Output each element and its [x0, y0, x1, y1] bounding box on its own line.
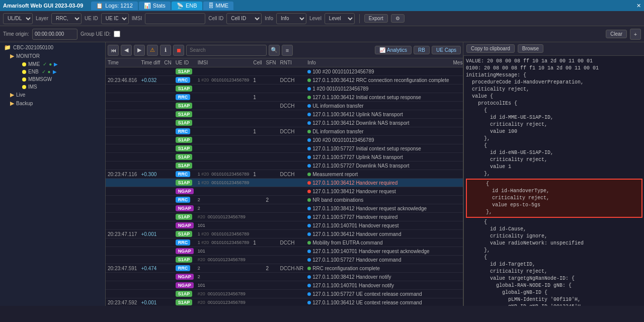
table-row[interactable]: S1AP 127.0.1.100:57727 Initial context s… — [106, 144, 463, 153]
cell-timediff — [139, 290, 162, 298]
cell-message — [451, 153, 463, 162]
rb-button[interactable]: RB — [414, 46, 430, 54]
nav-first-button[interactable]: ⏮ — [108, 45, 119, 56]
level-select[interactable]: Level — [325, 13, 355, 24]
table-row[interactable]: RRC 1 127.0.1.100:36412 Initial context … — [106, 93, 463, 102]
table-row[interactable]: S1AP 1 #20 001010123456789 — [106, 85, 463, 93]
cell-ueid: RRC — [174, 238, 196, 247]
table-row[interactable]: S1AP DCCH UL information transfer — [106, 102, 463, 110]
table-row[interactable]: S1AP 127.0.1.100:36412 Uplink NAS transp… — [106, 110, 463, 119]
table-row[interactable]: S1AP 100 #20 001010123456789 — [106, 136, 463, 144]
table-row[interactable]: 20:23:47.117 +0.001 S1AP 1 #20 001010123… — [106, 230, 463, 238]
cell-id-select[interactable]: Cell ID — [226, 13, 262, 24]
cell-sfn — [264, 119, 278, 127]
add-button[interactable]: + — [630, 29, 641, 40]
cell-info: 127.0.1.100:38412 Handover notify — [305, 273, 451, 281]
cell-info: 100 #20 001010123456789 — [305, 67, 451, 76]
group-ue-checkbox[interactable] — [114, 31, 120, 37]
tab-enb[interactable]: 📡 ENB — [172, 2, 202, 10]
message-text: 127.0.1.100:140701 Handover notify — [312, 283, 394, 288]
info-select[interactable]: Info — [276, 13, 306, 24]
sidebar-item-backup[interactable]: ▶ Backup — [6, 99, 105, 108]
table-row[interactable]: 20:23:47.116 +0.300 RRC 1 #20 0010101234… — [106, 170, 463, 179]
message-text: 127.0.1.100:38412 Handover request — [312, 189, 396, 194]
cell-message — [451, 127, 463, 136]
settings-button[interactable]: ⚙ — [391, 14, 405, 23]
nav-info-button[interactable]: ℹ — [160, 45, 171, 56]
cell-message — [451, 85, 463, 93]
table-row[interactable]: NGAP 2 127.0.1.100:38412 Handover notify — [106, 273, 463, 281]
table-row[interactable]: S1AP 100 #20 001010123456789 — [106, 67, 463, 76]
table-row[interactable]: NGAP 101 127.0.1.100:140701 Handover not… — [106, 281, 463, 290]
cell-time — [106, 85, 139, 93]
nav-stop-button[interactable]: ⏹ — [173, 45, 184, 56]
cell-ueid: RRC — [174, 76, 196, 85]
cell-ueid: NGAP — [174, 273, 196, 281]
cell-cell: 1 — [251, 238, 264, 247]
table-row[interactable]: S1AP 127.0.1.100:36412 Downlink NAS tran… — [106, 119, 463, 127]
mode-select[interactable]: UL/DL — [3, 13, 33, 24]
cell-cn — [162, 238, 173, 247]
close-icon[interactable]: ✕ — [636, 3, 641, 9]
sidebar-item-mme[interactable]: MME ✓ ● ▶ — [18, 60, 105, 68]
table-row[interactable]: RRC 1 #20 001010123456789 1 DCCH Mobilit… — [106, 238, 463, 247]
sidebar-item-monitor[interactable]: ▶ MONITOR — [6, 52, 105, 60]
copy-clipboard-button[interactable]: Copy to clipboard — [466, 44, 515, 53]
cell-time — [106, 162, 139, 170]
cell-time — [106, 247, 139, 256]
cell-cell — [251, 187, 264, 196]
cell-message — [451, 170, 463, 179]
table-row[interactable]: 20:23:46.816 +0.032 RRC 1 #20 0010101234… — [106, 76, 463, 85]
clear-button[interactable]: Clear — [606, 30, 627, 38]
nav-next-button[interactable]: ▶ — [134, 45, 145, 56]
cell-ueid: RRC — [174, 93, 196, 102]
table-row[interactable]: NGAP 127.0.1.100:38412 Handover request — [106, 187, 463, 196]
cell-rnti: DCCH — [278, 76, 306, 85]
cell-cell — [251, 136, 264, 144]
cell-time — [106, 144, 139, 153]
analytics-button[interactable]: 📈 Analytics — [375, 46, 412, 54]
table-row[interactable]: S1AP #20 001010123456789 127.0.1.100:577… — [106, 290, 463, 298]
table-row[interactable]: S1AP #20 001010123456789 127.0.1.100:577… — [106, 213, 463, 221]
sidebar-item-live[interactable]: ▶ Live — [6, 91, 105, 99]
table-row[interactable]: RRC 2 2 NR band combinations — [106, 196, 463, 204]
sidebar-item-ims[interactable]: IMS — [18, 83, 105, 91]
table-row[interactable]: S1AP #20 001010123456789 127.0.1.100:577… — [106, 256, 463, 264]
sidebar-root[interactable]: 📁 CBC-2021050100 — [0, 42, 105, 52]
table-row[interactable]: S1AP 1 #20 001010123456789 127.0.1.100:3… — [106, 179, 463, 187]
nav-warn-button[interactable]: ⚠ — [147, 45, 158, 56]
tab-logs[interactable]: 📋 Logs: 1212 — [91, 2, 137, 10]
cell-time — [106, 110, 139, 119]
time-origin-input[interactable] — [32, 29, 77, 40]
imsi-input[interactable] — [145, 13, 205, 24]
tab-stats[interactable]: 📊 Stats — [139, 2, 171, 10]
info-dot-icon — [307, 78, 311, 82]
ue-id-select[interactable]: UE ID — [101, 13, 129, 24]
uecaps-button[interactable]: UE Caps — [432, 46, 461, 54]
table-row[interactable]: S1AP 127.0.1.100:57727 Uplink NAS transp… — [106, 153, 463, 162]
message-text: 127.0.1.100:57727 Initial context setup … — [312, 146, 421, 151]
sidebar-item-enb[interactable]: ENB ✓ ● ▶ — [18, 68, 105, 75]
layer-select[interactable]: RRC, — [51, 13, 82, 24]
cell-cell — [251, 85, 264, 93]
table-row[interactable]: 20:23:47.591 +0.474 RRC 2 2 DCCH-NR RRC … — [106, 264, 463, 273]
nav-prev-button[interactable]: ◀ — [121, 45, 132, 56]
sidebar-item-mbmsgw[interactable]: MBMSGW — [18, 75, 105, 83]
table-row[interactable]: NGAP 101 127.0.1.100:140701 Handover req… — [106, 221, 463, 230]
cell-ueid: S1AP — [174, 179, 196, 187]
tab-mme[interactable]: 🗄 MME — [203, 2, 234, 10]
table-row[interactable]: 20:23:47.592 +0.001 S1AP #20 00101012345… — [106, 298, 463, 306]
browse-button[interactable]: Browse — [518, 44, 543, 53]
search-icon-btn[interactable]: 🔍 — [269, 45, 280, 56]
table-row[interactable]: RRC 1 DCCH DL information transfer — [106, 127, 463, 136]
cell-timediff — [139, 247, 162, 256]
message-text: DL information transfer — [312, 129, 363, 134]
info-dot-icon — [307, 130, 311, 133]
table-row[interactable]: NGAP 2 127.0.1.100:38412 Handover reques… — [106, 204, 463, 213]
table-row[interactable]: S1AP 127.0.1.100:57727 Downlink NAS tran… — [106, 162, 463, 170]
export-button[interactable]: Export — [364, 14, 388, 23]
filter-icon-btn[interactable]: ≡ — [282, 45, 293, 56]
cell-cell — [251, 102, 264, 110]
table-row[interactable]: NGAP 101 127.0.1.100:140701 Handover req… — [106, 247, 463, 256]
search-input[interactable] — [186, 45, 267, 56]
